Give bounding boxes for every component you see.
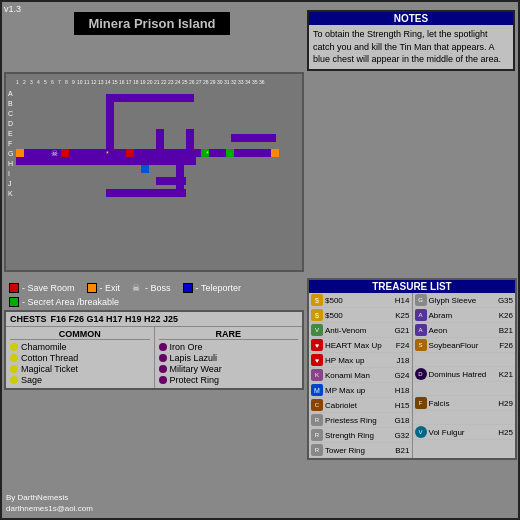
item-loc: H25 [489, 428, 513, 437]
item-loc: K25 [386, 311, 410, 320]
item-loc: K26 [489, 311, 513, 320]
list-item: Sage [10, 375, 150, 385]
item-icon: A [415, 309, 427, 321]
svg-rect-61 [226, 149, 234, 157]
list-item: Magical Ticket [10, 364, 150, 374]
item-loc: B21 [489, 326, 513, 335]
legend-boss: ☠ - Boss [132, 283, 171, 293]
item-name: Lapis Lazuli [170, 353, 218, 363]
svg-text:34: 34 [245, 79, 251, 85]
list-item: Iron Ore [159, 342, 299, 352]
svg-text:14: 14 [105, 79, 111, 85]
svg-text:I: I [8, 170, 10, 177]
svg-text:F: F [8, 140, 12, 147]
notes-box: NOTES To obtain the Strength Ring, let t… [307, 10, 515, 71]
item-name: Glyph Sleeve [429, 296, 490, 305]
svg-text:10: 10 [77, 79, 83, 85]
svg-text:24: 24 [175, 79, 181, 85]
list-item: G Glyph Sleeve G35 [413, 293, 516, 308]
chests-panel: CHESTS F16 F26 G14 H17 H19 H22 J25 COMMO… [4, 310, 304, 390]
svg-text:B: B [8, 100, 13, 107]
chests-label: CHESTS [10, 314, 47, 324]
item-name: $500 [325, 296, 386, 305]
item-icon: R [311, 429, 323, 441]
list-item: D Dominus Hatred K21 [413, 367, 516, 382]
svg-text:36: 36 [259, 79, 265, 85]
boss-icon: ☠ [132, 283, 142, 293]
item-name: Vol Fulgur [429, 428, 490, 437]
item-icon: ♥ [311, 354, 323, 366]
chests-coords: F16 F26 G14 H17 H19 H22 J25 [51, 314, 179, 324]
item-name: Military Wear [170, 364, 222, 374]
list-item: A Aeon B21 [413, 323, 516, 338]
item-loc: H15 [386, 401, 410, 410]
version-label: v1.3 [4, 4, 21, 14]
item-icon [159, 376, 167, 384]
item-loc: G18 [386, 416, 410, 425]
svg-text:21: 21 [154, 79, 160, 85]
treasure-header: TREASURE LIST [309, 280, 515, 293]
list-item [413, 382, 516, 396]
svg-text:7: 7 [58, 79, 61, 85]
svg-text:11: 11 [84, 79, 90, 85]
item-icon: R [311, 444, 323, 456]
list-item: R Tower Ring B21 [309, 443, 412, 458]
item-name: Magical Ticket [21, 364, 78, 374]
list-item: Military Wear [159, 364, 299, 374]
list-item: Chamomile [10, 342, 150, 352]
list-item: R Priestess Ring G18 [309, 413, 412, 428]
item-name: Cotton Thread [21, 353, 78, 363]
chests-common-col: COMMON Chamomile Cotton Thread Magical T… [6, 327, 154, 388]
item-icon [159, 365, 167, 373]
item-loc: H18 [386, 386, 410, 395]
svg-text:15: 15 [112, 79, 118, 85]
map-area: A B C D E F G H I J K 1 2 3 4 5 6 7 8 9 … [4, 72, 304, 272]
item-icon: S [415, 339, 427, 351]
svg-rect-62 [61, 149, 69, 157]
item-name: $500 [325, 311, 386, 320]
svg-text:18: 18 [133, 79, 139, 85]
list-item: C Cabriolet H15 [309, 398, 412, 413]
item-loc: F24 [386, 341, 410, 350]
treasure-columns: $ $500 H14 $ $500 K25 V Anti-Venom G21 ♥… [309, 293, 515, 458]
item-loc: G24 [386, 371, 410, 380]
svg-text:20: 20 [147, 79, 153, 85]
item-icon: R [311, 414, 323, 426]
list-item: V Vol Fulgur H25 [413, 425, 516, 440]
item-name: Tower Ring [325, 446, 386, 455]
item-loc: G32 [386, 431, 410, 440]
item-name: Dominus Hatred [429, 370, 490, 379]
svg-text:☠: ☠ [51, 149, 58, 158]
svg-text:1: 1 [16, 79, 19, 85]
item-icon: K [311, 369, 323, 381]
common-header: COMMON [10, 329, 150, 340]
svg-text:9: 9 [72, 79, 75, 85]
teleporter-color [183, 283, 193, 293]
item-icon: C [311, 399, 323, 411]
item-icon: D [415, 368, 427, 380]
svg-text:13: 13 [98, 79, 104, 85]
item-loc: F26 [489, 341, 513, 350]
svg-rect-64 [141, 165, 149, 173]
svg-text:J: J [8, 180, 12, 187]
notes-content: To obtain the Strength Ring, let the spo… [309, 25, 513, 69]
item-name: Sage [21, 375, 42, 385]
svg-text:D: D [8, 120, 13, 127]
item-loc: H14 [386, 296, 410, 305]
svg-text:3: 3 [30, 79, 33, 85]
svg-rect-52 [186, 129, 194, 165]
item-loc: G21 [386, 326, 410, 335]
item-icon [10, 343, 18, 351]
item-name: HP Max up [325, 356, 386, 365]
treasure-panel: TREASURE LIST $ $500 H14 $ $500 K25 V An… [307, 278, 517, 460]
treasure-left-col: $ $500 H14 $ $500 K25 V Anti-Venom G21 ♥… [309, 293, 413, 458]
credit-line1: By DarthNemesis [6, 492, 93, 503]
list-item: $ $500 H14 [309, 293, 412, 308]
svg-rect-56 [156, 177, 186, 185]
svg-rect-49 [216, 149, 276, 157]
svg-text:22: 22 [161, 79, 167, 85]
legend-boss-label: - Boss [145, 283, 171, 293]
svg-text:C: C [8, 110, 13, 117]
item-name: Abram [429, 311, 490, 320]
chests-rare-col: RARE Iron Ore Lapis Lazuli Military Wear… [154, 327, 303, 388]
